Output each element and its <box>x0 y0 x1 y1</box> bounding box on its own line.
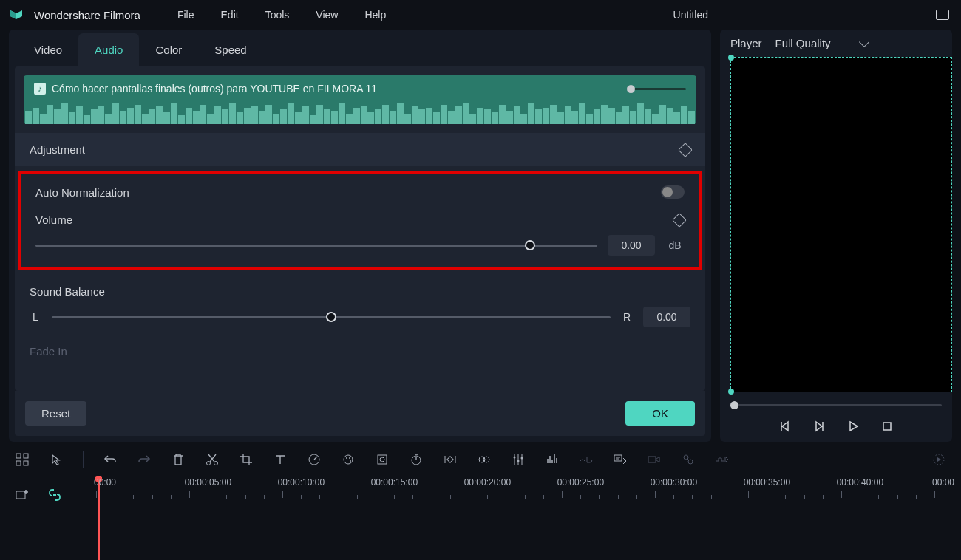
balance-slider[interactable] <box>52 316 611 318</box>
keyframe-volume-icon[interactable] <box>672 213 687 228</box>
svg-point-8 <box>344 455 353 464</box>
svg-rect-1 <box>16 454 21 458</box>
layout-icon[interactable] <box>936 10 949 20</box>
preview-area[interactable] <box>730 57 952 392</box>
volume-unit: dB <box>665 239 685 251</box>
prev-frame-button[interactable] <box>778 420 792 433</box>
tab-speed[interactable]: Speed <box>198 33 262 66</box>
progress-thumb[interactable] <box>730 401 738 409</box>
timeline: 00:0000:00:05:0000:00:10:0000:00:15:0000… <box>0 477 961 551</box>
stt-icon[interactable] <box>613 452 628 467</box>
equalizer-icon[interactable] <box>545 452 560 467</box>
svg-point-17 <box>483 457 489 462</box>
text-icon[interactable] <box>273 452 288 467</box>
svg-rect-2 <box>24 454 28 458</box>
audio-sync-icon[interactable] <box>715 452 730 467</box>
balance-slider-row: L R 0.00 <box>15 304 705 335</box>
balance-left-label: L <box>30 311 41 323</box>
speed-icon[interactable] <box>307 452 322 467</box>
detach-audio-icon[interactable] <box>579 452 594 467</box>
svg-rect-21 <box>614 455 622 461</box>
volume-label: Volume <box>35 214 72 226</box>
color-icon[interactable] <box>341 452 356 467</box>
ruler-label: 00:00 <box>932 477 954 488</box>
timer-icon[interactable] <box>409 452 424 467</box>
svg-point-20 <box>521 457 523 460</box>
add-track-icon[interactable] <box>15 488 30 502</box>
quality-value: Full Quality <box>775 37 831 49</box>
menu-edit[interactable]: Edit <box>211 6 249 24</box>
timeline-ruler[interactable]: 00:0000:00:05:0000:00:10:0000:00:15:0000… <box>96 477 961 551</box>
ruler-label: 00:00:05:00 <box>185 477 231 488</box>
ruler-label: 00:00:35:00 <box>744 477 790 488</box>
keyframe-tool-icon[interactable] <box>443 452 458 467</box>
reset-button[interactable]: Reset <box>25 401 86 426</box>
delete-icon[interactable] <box>171 452 186 467</box>
app-logo <box>9 7 24 22</box>
play-button[interactable] <box>846 420 860 433</box>
mask-icon[interactable] <box>375 452 390 467</box>
svg-point-11 <box>350 460 351 462</box>
progress-bar[interactable] <box>730 404 942 406</box>
voiceover-icon[interactable] <box>681 452 696 467</box>
timeline-toolbar <box>0 442 961 477</box>
step-forward-button[interactable] <box>812 420 826 433</box>
document-title: Untitled <box>673 9 708 21</box>
volume-value[interactable]: 0.00 <box>608 235 655 256</box>
tab-color[interactable]: Color <box>139 33 198 66</box>
balance-slider-thumb[interactable] <box>326 312 336 322</box>
audio-properties: ♪ Cómo hacer pantallas finales (outros) … <box>15 66 705 391</box>
svg-point-10 <box>349 457 350 459</box>
ruler-label: 00:00:20:00 <box>464 477 511 488</box>
balance-right-label: R <box>621 311 633 323</box>
cut-icon[interactable] <box>205 452 220 467</box>
svg-point-13 <box>380 457 384 462</box>
ok-button[interactable]: OK <box>625 401 695 426</box>
auto-normalization-label: Auto Normalization <box>35 186 129 199</box>
svg-point-5 <box>207 462 211 465</box>
crop-handle-top-left[interactable] <box>728 55 734 61</box>
balance-value[interactable]: 0.00 <box>643 307 690 327</box>
volume-slider-thumb[interactable] <box>525 240 535 250</box>
grid-icon[interactable] <box>15 452 30 467</box>
quality-select[interactable]: Full Quality <box>775 37 868 49</box>
menu-view[interactable]: View <box>305 6 348 24</box>
volume-slider[interactable] <box>35 245 597 247</box>
ruler-label: 00:00 <box>94 477 116 488</box>
highlighted-section: Auto Normalization Volume 0.00 dB <box>18 171 702 270</box>
chroma-icon[interactable] <box>477 452 492 467</box>
record-icon[interactable] <box>647 452 662 467</box>
app-title: Wondershare Filmora <box>34 9 140 21</box>
crop-handle-bottom-left[interactable] <box>728 389 734 395</box>
crop-icon[interactable] <box>239 452 254 467</box>
player-label: Player <box>730 37 762 49</box>
section-volume: Volume <box>33 206 687 233</box>
auto-normalization-toggle[interactable] <box>661 185 685 199</box>
menu-help[interactable]: Help <box>354 6 396 24</box>
redo-icon[interactable] <box>137 452 152 467</box>
ruler-label: 00:00:25:00 <box>557 477 604 488</box>
render-icon[interactable] <box>931 452 946 467</box>
svg-point-9 <box>346 457 347 459</box>
undo-icon[interactable] <box>103 452 118 467</box>
audio-clip[interactable]: ♪ Cómo hacer pantallas finales (outros) … <box>24 75 696 124</box>
link-icon[interactable] <box>47 488 62 502</box>
section-auto-normalization: Auto Normalization <box>33 178 687 206</box>
adjust-icon[interactable] <box>511 452 526 467</box>
section-sound-balance: Sound Balance <box>15 275 705 304</box>
fade-in-label: Fade In <box>30 345 67 358</box>
stop-button[interactable] <box>880 420 894 433</box>
svg-point-18 <box>514 457 516 459</box>
ruler-label: 00:00:30:00 <box>651 477 697 488</box>
keyframe-adjustment-icon[interactable] <box>678 143 693 157</box>
pointer-icon[interactable] <box>49 452 64 467</box>
volume-slider-row: 0.00 dB <box>33 233 687 263</box>
menu-tools[interactable]: Tools <box>255 6 300 24</box>
svg-rect-22 <box>648 457 656 462</box>
tab-video[interactable]: Video <box>18 33 78 66</box>
menu-file[interactable]: File <box>167 6 205 24</box>
svg-rect-0 <box>883 423 891 430</box>
tab-audio[interactable]: Audio <box>78 33 139 66</box>
section-fade-in: Fade In <box>15 335 705 368</box>
svg-rect-4 <box>24 461 28 465</box>
